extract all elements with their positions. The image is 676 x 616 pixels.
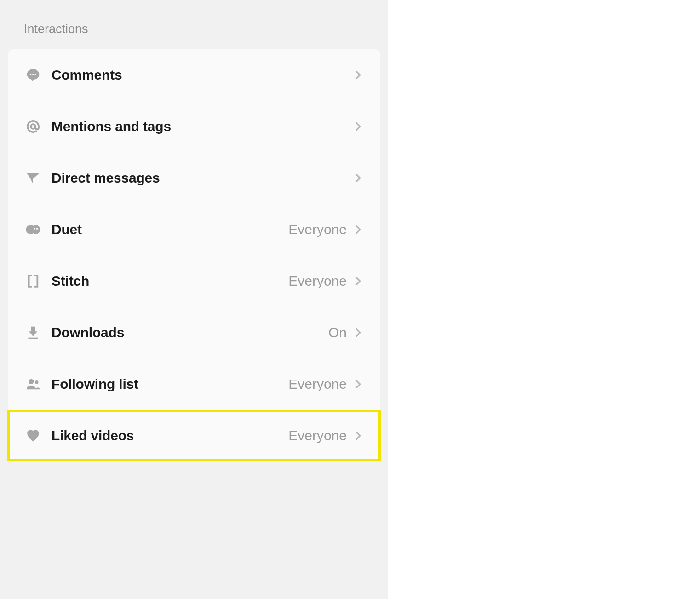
- row-label: Comments: [52, 67, 347, 83]
- row-direct-messages[interactable]: Direct messages: [8, 152, 380, 204]
- row-label: Duet: [52, 222, 288, 237]
- duet-icon: [25, 221, 41, 238]
- row-comments[interactable]: Comments: [8, 49, 380, 101]
- row-label: Downloads: [52, 325, 328, 340]
- chevron-right-icon: [353, 173, 363, 183]
- interactions-card: Comments Mentions and tags: [8, 49, 380, 461]
- svg-point-12: [35, 380, 38, 384]
- row-label: Liked videos: [52, 428, 288, 443]
- svg-point-8: [36, 228, 38, 230]
- row-duet[interactable]: Duet Everyone: [8, 204, 380, 255]
- chevron-right-icon: [353, 70, 363, 80]
- chevron-right-icon: [353, 328, 363, 338]
- heart-icon: [25, 427, 41, 444]
- row-mentions[interactable]: Mentions and tags: [8, 101, 380, 152]
- settings-panel: Interactions Comments: [0, 0, 388, 599]
- svg-point-6: [31, 225, 40, 234]
- row-value: Everyone: [288, 273, 347, 289]
- chevron-right-icon: [353, 431, 363, 441]
- row-label: Following list: [52, 376, 288, 392]
- row-downloads[interactable]: Downloads On: [8, 307, 380, 358]
- svg-point-1: [30, 74, 31, 75]
- row-label: Direct messages: [52, 170, 347, 186]
- row-value: Everyone: [288, 428, 347, 443]
- chevron-right-icon: [353, 225, 363, 235]
- row-value: Everyone: [288, 376, 347, 392]
- row-value: On: [328, 325, 347, 340]
- comment-icon: [25, 67, 41, 83]
- svg-rect-10: [28, 338, 38, 339]
- row-label: Stitch: [52, 273, 288, 289]
- chevron-right-icon: [353, 276, 363, 286]
- svg-point-7: [34, 228, 35, 230]
- row-stitch[interactable]: Stitch Everyone: [8, 255, 380, 307]
- chevron-right-icon: [353, 379, 363, 389]
- stitch-icon: [25, 273, 41, 289]
- people-icon: [25, 376, 41, 392]
- chevron-right-icon: [353, 121, 363, 132]
- at-icon: [25, 118, 41, 135]
- row-value: Everyone: [288, 222, 347, 237]
- svg-point-11: [29, 379, 34, 384]
- download-icon: [25, 324, 41, 341]
- row-label: Mentions and tags: [52, 119, 347, 134]
- svg-point-3: [35, 74, 36, 75]
- row-liked-videos[interactable]: Liked videos Everyone: [7, 410, 381, 461]
- svg-rect-9: [31, 327, 35, 332]
- send-icon: [25, 170, 41, 186]
- section-title: Interactions: [0, 0, 388, 49]
- row-following-list[interactable]: Following list Everyone: [8, 358, 380, 410]
- svg-point-2: [32, 74, 34, 75]
